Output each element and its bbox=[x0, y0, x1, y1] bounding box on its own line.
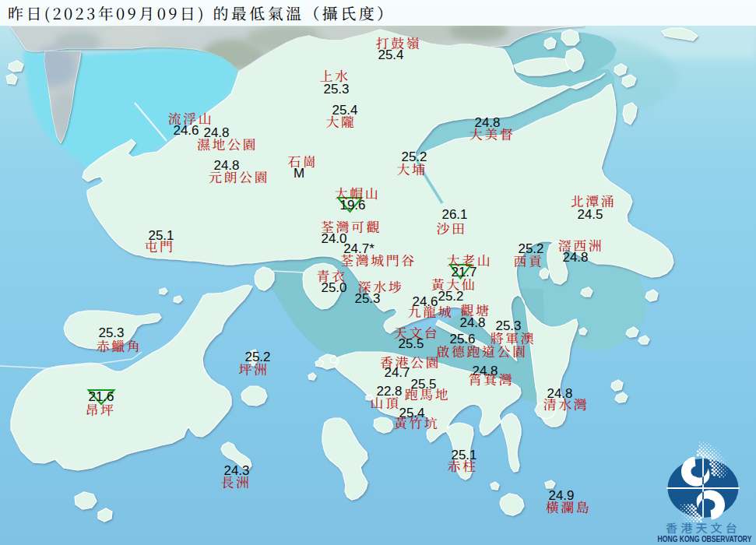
svg-text:HONG KONG OBSERVATORY: HONG KONG OBSERVATORY bbox=[658, 534, 753, 543]
svg-text:香港天文台: 香港天文台 bbox=[666, 519, 740, 536]
